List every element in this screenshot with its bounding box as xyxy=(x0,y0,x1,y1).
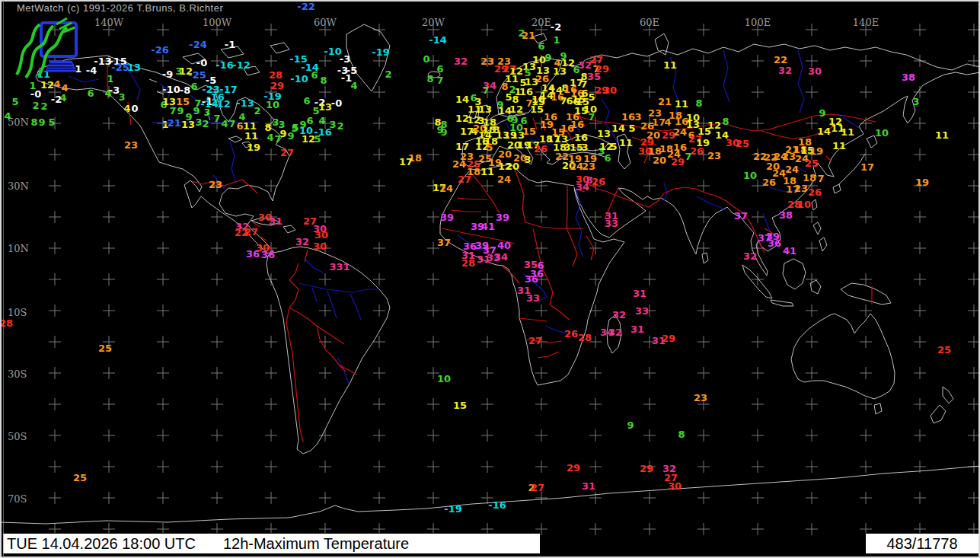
station-temperature: 5 xyxy=(48,116,55,128)
station-temperature: 11 xyxy=(663,59,677,71)
station-temperature: 4 xyxy=(221,118,228,129)
station-temperature: 25 xyxy=(73,472,87,483)
station-temperature: 9 xyxy=(38,116,45,128)
station-temperature: -24 xyxy=(189,39,207,50)
station-temperature: 29 xyxy=(662,333,675,344)
station-temperature: -3 xyxy=(340,53,350,65)
station-temperature: 3 xyxy=(912,96,919,107)
station-temperature: 11 xyxy=(935,129,949,141)
station-temperature: 5 xyxy=(610,141,617,152)
station-temperature: 13 xyxy=(318,101,332,113)
station-temperature: 7 xyxy=(228,118,235,129)
station-temperature: 36 xyxy=(246,248,260,260)
station-temperature: 18 xyxy=(803,172,816,183)
station-temperature: 41 xyxy=(783,245,796,257)
station-temperature: 32 xyxy=(743,250,757,262)
station-temperature: 38 xyxy=(902,72,915,83)
station-temperature: 5 xyxy=(628,123,635,134)
station-temperature: 25 xyxy=(736,138,749,149)
station-temperature: 10 xyxy=(797,199,811,210)
station-temperature: 34 xyxy=(576,181,589,193)
station-temperature: 14 xyxy=(611,123,625,134)
longitude-label: 60W xyxy=(314,17,337,28)
latitude-label: 10N xyxy=(8,243,29,254)
station-temperature: 27 xyxy=(458,174,471,185)
station-temperature: 27 xyxy=(528,335,542,346)
station-temperature: 3 xyxy=(195,116,202,128)
status-product: 12h-Maximum Temperature xyxy=(223,535,409,552)
station-temperature: 28 xyxy=(461,257,475,269)
station-temperature: 3 xyxy=(203,107,210,118)
station-temperature: 6 xyxy=(87,88,94,99)
station-temperature: 2 xyxy=(385,69,391,80)
station-temperature: -10 xyxy=(290,73,308,84)
station-temperature: 2 xyxy=(254,105,260,116)
station-temperature: 11 xyxy=(480,166,494,177)
station-temperature: 331 xyxy=(329,261,350,273)
station-temperature: 10 xyxy=(437,373,451,384)
status-datetime: TUE 14.04.2026 18:00 UTC xyxy=(7,535,196,552)
station-temperature: 12 xyxy=(302,133,315,145)
station-temperature: 9 xyxy=(440,126,447,138)
station-temperature: 29 xyxy=(662,129,675,141)
station-temperature: 14 xyxy=(817,126,831,137)
station-temperature: 38 xyxy=(779,209,793,221)
station-temperature: 10 xyxy=(743,170,757,181)
station-temperature: 33 xyxy=(635,305,649,317)
station-temperature: 17 xyxy=(860,161,874,173)
station-temperature: -22 xyxy=(297,1,315,12)
station-temperature: 20 xyxy=(498,148,512,160)
station-temperature: 29 xyxy=(640,463,653,474)
station-temperature: 26 xyxy=(534,143,547,155)
station-temperature: 19 xyxy=(915,177,929,188)
station-temperature: 0 xyxy=(131,103,138,114)
station-temperature: 26 xyxy=(592,176,605,187)
station-temperature: 6 xyxy=(311,69,318,81)
station-temperature: 8 xyxy=(501,81,508,92)
station-temperature: 29 xyxy=(671,156,685,167)
station-temperature: 31 xyxy=(630,324,644,335)
station-temperature: 2 xyxy=(202,118,209,129)
station-temperature: 19 xyxy=(809,145,823,157)
station-temperature: 9 xyxy=(177,105,184,116)
station-temperature: 7 xyxy=(436,75,443,86)
latitude-label: 30N xyxy=(8,180,29,192)
station-temperature: 32 xyxy=(578,59,592,71)
station-temperature: 4 xyxy=(4,110,11,122)
longitude-label: 100E xyxy=(745,17,771,28)
station-temperature: 33 xyxy=(526,292,540,304)
station-temperature: 11 xyxy=(832,140,846,151)
station-temperature: 6 xyxy=(573,64,579,75)
station-temperature: 8 xyxy=(678,429,685,440)
station-temperature: 3 xyxy=(524,154,531,165)
station-temperature: -0 xyxy=(30,88,41,100)
station-temperature: 13 xyxy=(127,62,141,73)
coastlines xyxy=(0,24,980,524)
station-temperature: 23 xyxy=(582,161,595,172)
longitude-label: 20E xyxy=(531,17,551,28)
station-temperature: 3 xyxy=(118,91,125,103)
station-temperature: 20 xyxy=(653,155,666,166)
station-temperature: 32 xyxy=(778,65,792,76)
station-temperature: 23 xyxy=(694,392,707,403)
metwatch-logo-icon xyxy=(11,14,94,84)
station-temperature: 29 xyxy=(567,462,580,474)
station-temperature: 7 xyxy=(482,84,489,96)
station-temperature: 28 xyxy=(578,332,592,343)
longitude-label: 20W xyxy=(422,17,445,28)
station-temperature: 26 xyxy=(762,177,776,188)
station-temperature: 15 xyxy=(531,96,545,107)
station-temperature: 26 xyxy=(808,187,822,198)
station-temperature: 9 xyxy=(279,128,286,139)
station-temperature: 37 xyxy=(437,237,451,248)
station-temperature: 7 xyxy=(685,151,691,162)
station-temperature: 11 xyxy=(841,126,854,138)
status-counter: 483/11778 xyxy=(865,533,979,554)
station-temperature: 8 xyxy=(30,116,37,128)
station-temperature: 26 xyxy=(564,328,578,340)
station-temperature: 4 xyxy=(664,116,671,128)
station-temperature: 17 xyxy=(399,156,413,167)
station-temperature: 5 xyxy=(505,91,512,103)
station-temperature: 13 xyxy=(478,104,492,115)
station-temperature: 41 xyxy=(481,221,495,232)
